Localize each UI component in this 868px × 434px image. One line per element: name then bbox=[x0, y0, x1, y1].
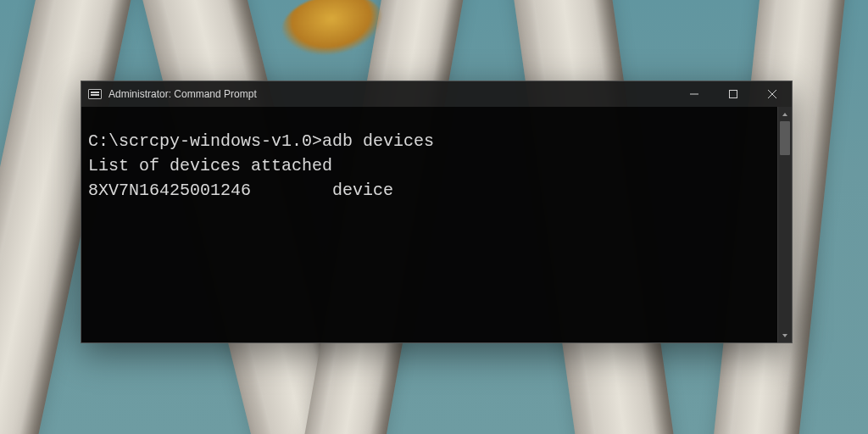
maximize-icon bbox=[729, 90, 737, 98]
prompt-path: C:\scrcpy-windows-v1.0> bbox=[88, 131, 322, 151]
scroll-up-button[interactable] bbox=[778, 107, 792, 121]
scrollbar-track[interactable] bbox=[778, 121, 792, 328]
window-client-area: C:\scrcpy-windows-v1.0>adb devices List … bbox=[81, 107, 792, 342]
scroll-down-button[interactable] bbox=[778, 328, 792, 342]
device-serial: 8XV7N16425001246 bbox=[88, 181, 251, 200]
chevron-up-icon bbox=[782, 111, 788, 118]
command-prompt-window[interactable]: Administrator: Command Prompt C:\scrcpy-… bbox=[81, 81, 793, 343]
terminal-output[interactable]: C:\scrcpy-windows-v1.0>adb devices List … bbox=[81, 107, 777, 342]
titlebar[interactable]: Administrator: Command Prompt bbox=[81, 81, 792, 107]
maximize-button[interactable] bbox=[714, 81, 753, 107]
minimize-button[interactable] bbox=[675, 81, 714, 107]
command-prompt-icon bbox=[88, 89, 102, 99]
output-header: List of devices attached bbox=[88, 156, 332, 175]
window-title: Administrator: Command Prompt bbox=[108, 88, 257, 100]
close-icon bbox=[768, 90, 776, 98]
command-text: adb devices bbox=[322, 131, 434, 151]
chevron-down-icon bbox=[782, 332, 788, 339]
vertical-scrollbar[interactable] bbox=[777, 107, 792, 342]
svg-rect-0 bbox=[730, 91, 737, 98]
device-state: device bbox=[332, 181, 393, 200]
close-button[interactable] bbox=[753, 81, 792, 107]
minimize-icon bbox=[690, 90, 698, 98]
scrollbar-thumb[interactable] bbox=[780, 121, 790, 155]
